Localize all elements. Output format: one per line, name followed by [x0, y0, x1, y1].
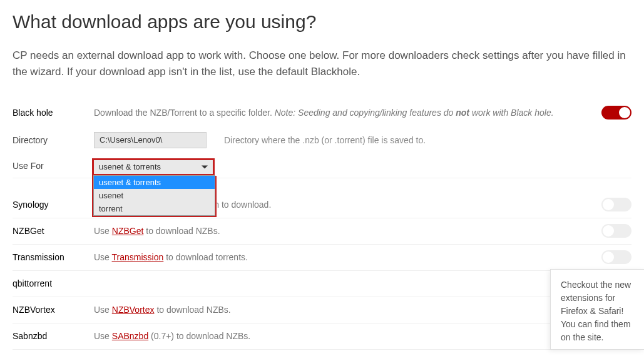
synology-toggle[interactable]	[601, 198, 631, 211]
blackhole-row: Black hole Download the NZB/Torrent to a…	[13, 103, 631, 122]
transmission-row: Transmission Use Transmission to downloa…	[13, 245, 631, 271]
usefor-option-usenet[interactable]: usenet	[94, 189, 215, 202]
sabnzbd-row: Sabnzbd Use SABnzbd (0.7+) to download N…	[13, 323, 631, 350]
usefor-option-torrent[interactable]: torrent	[94, 202, 215, 215]
usefor-row: Use For usenet & torrents usenet & torre…	[13, 153, 631, 178]
synology-label: Synology	[13, 200, 94, 210]
blackhole-note-bold: not	[456, 108, 469, 118]
sabnzbd-post: (0.7+) to download NZBs.	[148, 331, 250, 341]
blackhole-desc-prefix: Download the NZB/Torrent to a specific f…	[94, 108, 275, 118]
transmission-desc: Use Transmission to download torrents.	[94, 252, 601, 262]
usefor-option-both[interactable]: usenet & torrents	[94, 176, 215, 189]
nzbvortex-post: to download NZBs.	[155, 305, 231, 315]
sabnzbd-label: Sabnzbd	[13, 331, 94, 341]
transmission-toggle[interactable]	[601, 250, 631, 264]
sabnzbd-pre: Use	[94, 331, 112, 341]
blackhole-note-prefix: Note: Seeding and copying/linking featur…	[275, 108, 456, 118]
directory-label: Directory	[13, 135, 94, 145]
transmission-link[interactable]: Transmission	[112, 252, 164, 262]
transmission-label: Transmission	[13, 252, 94, 262]
blackhole-desc: Download the NZB/Torrent to a specific f…	[94, 108, 601, 118]
usefor-select[interactable]: usenet & torrents	[92, 158, 215, 176]
blackhole-label: Black hole	[13, 108, 94, 118]
sabnzbd-link[interactable]: SABnzbd	[112, 331, 148, 341]
transmission-post: to download torrents.	[163, 252, 248, 262]
qbittorrent-label: qbittorrent	[13, 278, 94, 288]
nzbget-pre: Use	[94, 226, 112, 236]
nzbget-link[interactable]: NZBGet	[112, 226, 144, 236]
nzbvortex-row: NZBVortex Use NZBVortex to download NZBs…	[13, 297, 631, 323]
page-subtitle: CP needs an external download app to wor…	[13, 48, 631, 81]
directory-hint: Directory where the .nzb (or .torrent) f…	[224, 135, 426, 145]
nzbvortex-desc: Use NZBVortex to download NZBs.	[94, 305, 601, 315]
directory-row: Directory Directory where the .nzb (or .…	[13, 127, 631, 153]
nzbvortex-label: NZBVortex	[13, 305, 94, 315]
usefor-label: Use For	[13, 158, 94, 171]
chevron-down-icon	[202, 165, 208, 168]
page-title: What download apps are you using?	[13, 11, 631, 33]
nzbget-desc: Use NZBGet to download NZBs.	[94, 226, 601, 236]
sabnzbd-desc: Use SABnzbd (0.7+) to download NZBs.	[94, 331, 601, 341]
blackhole-note-suffix: work with Black hole.	[469, 108, 554, 118]
usefor-selected: usenet & torrents	[99, 162, 161, 171]
usefor-dropdown: usenet & torrents usenet torrent	[92, 176, 217, 217]
popup-text: Checkout the new extensions for Firefox …	[561, 280, 631, 342]
nzbget-label: NZBGet	[13, 226, 94, 236]
nzbget-row: NZBGet Use NZBGet to download NZBs.	[13, 218, 631, 245]
nzbvortex-pre: Use	[94, 305, 112, 315]
nzbget-post: to download NZBs.	[143, 226, 220, 236]
extension-popup: Checkout the new extensions for Firefox …	[550, 269, 644, 350]
directory-input[interactable]	[94, 132, 207, 148]
blackhole-toggle[interactable]	[601, 106, 631, 120]
transmission-pre: Use	[94, 252, 112, 262]
nzbget-toggle[interactable]	[601, 224, 631, 238]
nzbvortex-link[interactable]: NZBVortex	[112, 305, 155, 315]
rtorrent-row: rTorrent	[13, 350, 631, 356]
qbittorrent-row: qbittorrent	[13, 271, 631, 297]
